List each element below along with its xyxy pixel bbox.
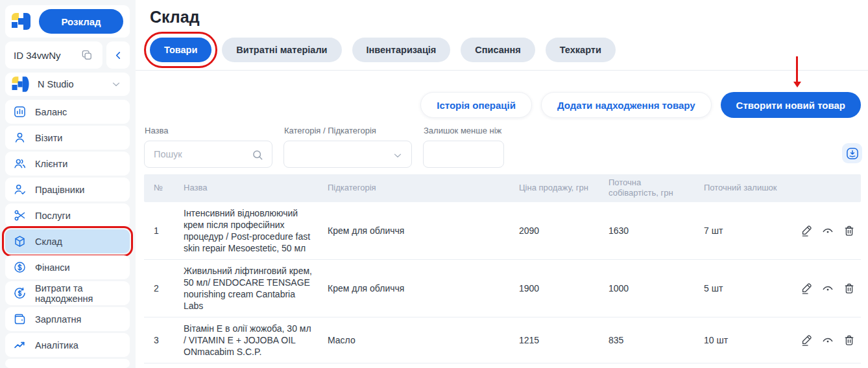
copy-icon[interactable] [80, 49, 93, 62]
sidebar-header: Розклад [5, 5, 130, 38]
dollar-refresh-icon [13, 286, 27, 300]
sidebar-item-label: Баланс [35, 107, 67, 117]
edit-icon[interactable] [800, 334, 813, 347]
sidebar-item[interactable]: Фінанси [5, 255, 130, 279]
sidebar-item[interactable]: Зарплатня [5, 307, 130, 331]
tab[interactable]: Інвентаризація [352, 38, 451, 62]
cell-price: 1215 [509, 332, 599, 349]
filter-category: Категорія / Підкатегорія [283, 126, 412, 168]
table-row: 4 Пептидні ліфтингові патчі для контуру … [144, 363, 861, 368]
sidebar-collapse-button[interactable] [106, 41, 130, 69]
sidebar-item[interactable]: Послуги [5, 203, 130, 227]
page-title: Склад [150, 8, 861, 27]
app-logo [10, 11, 32, 32]
studio-switcher[interactable]: N Studio [5, 73, 130, 96]
workspace-id: ID 34vwNy [14, 50, 61, 61]
tab-label: Техкарти [560, 45, 601, 55]
sidebar-item[interactable]: Баланс [5, 100, 130, 124]
cell-subcategory: Крем для обличчя [318, 222, 509, 239]
col-header-price: Ціна продажу, грн [509, 179, 599, 196]
sidebar-item-label: Працівники [35, 185, 84, 195]
table-header-row: № Назва Підкатегорія Ціна продажу, грн П… [144, 174, 861, 202]
workspace-id-card: ID 34vwNy [5, 41, 102, 69]
cell-subcategory: Крем для обличчя [318, 280, 509, 297]
filter-stock-label: Залишок менше ніж [424, 126, 504, 135]
sidebar-item[interactable]: Аналітика [5, 333, 130, 357]
view-icon[interactable] [821, 224, 834, 237]
chevron-left-icon [113, 50, 124, 61]
sidebar-item[interactable]: Клієнти [5, 152, 130, 176]
chevron-down-icon [392, 150, 404, 161]
cell-actions [790, 221, 861, 240]
delete-icon[interactable] [843, 334, 856, 347]
view-icon[interactable] [821, 334, 834, 347]
stock-input[interactable] [424, 141, 503, 167]
cell-price: 1900 [509, 280, 599, 297]
cell-name: Вітамін Е в олії жожоба, 30 мл / VITAMIN… [174, 317, 318, 363]
sidebar-item[interactable]: Працівники [5, 178, 130, 201]
col-header-name: Назва [174, 179, 318, 196]
cell-stock: 10 шт [694, 332, 790, 349]
products-table: № Назва Підкатегорія Ціна продажу, грн П… [144, 174, 861, 368]
cell-price: 2090 [509, 222, 599, 239]
sidebar-item[interactable]: Візити [5, 126, 130, 150]
table-row: 1 Інтенсивний відновлюючий крем після пр… [144, 202, 861, 260]
cell-stock: 7 шт [694, 222, 790, 239]
sidebar-item-label: Зарплатня [35, 314, 81, 325]
edit-icon[interactable] [800, 282, 813, 295]
cube-icon [13, 235, 27, 248]
sidebar-item-label: Фінанси [35, 262, 70, 273]
tab-label: Товари [164, 45, 197, 55]
search-icon[interactable] [251, 148, 264, 161]
cell-name: Живильний ліфтинговий крем, 50 мл/ ENDOC… [174, 260, 318, 317]
cell-name: Пептидні ліфтингові патчі для контуру оч… [174, 363, 318, 368]
delete-icon[interactable] [843, 282, 856, 295]
table-row: 2 Живильний ліфтинговий крем, 50 мл/ END… [144, 260, 861, 317]
edit-icon[interactable] [800, 224, 813, 237]
wallet-icon [13, 312, 27, 326]
tab[interactable]: Витратні матеріали [222, 38, 341, 62]
sidebar-item[interactable]: Витрати та надходження [5, 281, 130, 305]
annotation-arrow [796, 56, 798, 82]
col-header-actions [790, 185, 861, 191]
download-icon [845, 146, 860, 161]
cell-cost: 835 [599, 332, 694, 349]
tab[interactable]: Списання [461, 38, 535, 62]
tab[interactable]: Товари [150, 38, 211, 62]
cell-subcategory: Масло [318, 332, 509, 349]
tab[interactable]: Техкарти [546, 38, 616, 62]
sidebar-item-partial[interactable] [5, 359, 130, 368]
sidebar-item-label: Аналітика [35, 340, 78, 351]
tab-bar: Товари Витратні матеріали Інвентаризація… [150, 38, 861, 62]
sidebar-item-label: Склад [35, 236, 62, 247]
chevron-down-icon [110, 78, 122, 90]
tab-label: Інвентаризація [367, 45, 437, 55]
sidebar-item-label: Клієнти [35, 159, 67, 169]
cell-num: 3 [144, 332, 174, 349]
filter-category-label: Категорія / Підкатегорія [284, 126, 412, 135]
cell-num: 2 [144, 280, 174, 297]
delete-icon[interactable] [843, 224, 856, 237]
filter-stock: Залишок менше ніж [423, 126, 504, 168]
person-icon [13, 131, 27, 144]
people-icon [13, 157, 27, 170]
cell-cost: 1000 [599, 280, 694, 297]
cell-actions [790, 279, 861, 298]
sidebar-nav: Баланс Візити Клієнти Працівники [5, 100, 130, 368]
sidebar-item-label: Послуги [35, 211, 71, 221]
studio-avatar [11, 75, 31, 94]
col-header-num: № [144, 179, 174, 196]
action-button[interactable]: Додати надходження товару [541, 92, 712, 118]
category-select[interactable] [283, 141, 412, 168]
main-content: Склад Товари Витратні матеріали Інвентар… [136, 0, 868, 368]
view-icon[interactable] [821, 282, 834, 295]
schedule-button[interactable]: Розклад [39, 9, 123, 34]
sidebar-item[interactable]: Склад [5, 229, 130, 253]
cell-name: Інтенсивний відновлюючий крем після проф… [174, 202, 318, 259]
col-header-subcategory: Підкатегорія [318, 179, 509, 196]
action-button-label: Історія операцій [437, 100, 516, 111]
export-button[interactable] [842, 143, 862, 163]
action-button[interactable]: Створити новий товар [721, 92, 861, 118]
action-button[interactable]: Історія операцій [420, 92, 532, 118]
studio-name: N Studio [38, 79, 74, 89]
